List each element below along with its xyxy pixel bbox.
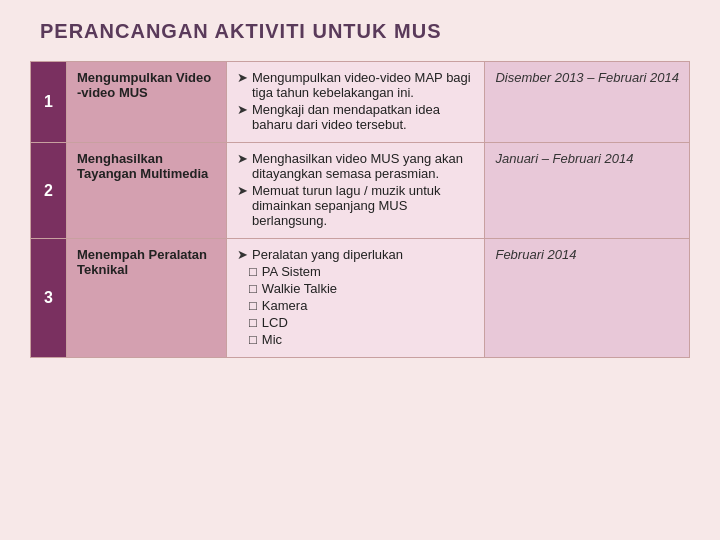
row-details-1: ➤Mengumpulkan video-video MAP bagi tiga … — [227, 62, 485, 143]
row-date-2: Januari – Februari 2014 — [485, 143, 690, 239]
row-date-1: Disember 2013 – Februari 2014 — [485, 62, 690, 143]
row-date-3: Februari 2014 — [485, 239, 690, 358]
row-number-3: 3 — [31, 239, 67, 358]
row-activity-3: Menempah Peralatan Teknikal — [67, 239, 227, 358]
row-details-3: ➤Peralatan yang diperlukan□PA Sistem□Wal… — [227, 239, 485, 358]
row-number-1: 1 — [31, 62, 67, 143]
row-activity-1: Mengumpulkan Video -video MUS — [67, 62, 227, 143]
activity-table: 1Mengumpulkan Video -video MUS➤Mengumpul… — [30, 61, 690, 358]
row-number-2: 2 — [31, 143, 67, 239]
row-details-2: ➤Menghasilkan video MUS yang akan ditaya… — [227, 143, 485, 239]
page-title: PERANCANGAN AKTIVITI UNTUK MUS — [30, 20, 441, 43]
row-activity-2: Menghasilkan Tayangan Multimedia — [67, 143, 227, 239]
